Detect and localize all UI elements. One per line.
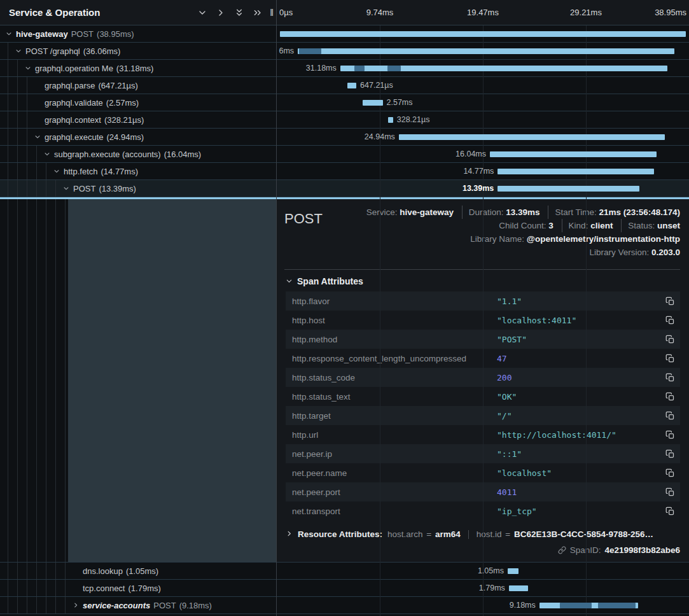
chevron-down-icon[interactable] [34,134,41,140]
span-operation-name: POST /graphql [25,46,80,56]
chevrons-right-icon[interactable] [252,7,263,18]
span-row[interactable]: hive-gatewayPOST(38.95ms) [0,25,689,43]
copy-icon[interactable] [664,333,676,346]
span-bar[interactable] [363,100,383,106]
span-duration-label: 16.04ms [456,146,486,162]
span-bar[interactable] [388,117,393,123]
span-row[interactable]: dns.lookup(1.05ms)1.05ms [0,563,689,580]
attribute-key: net.peer.port [292,487,497,497]
copy-icon[interactable] [664,353,676,365]
span-tree-cell[interactable]: subgraph.execute (accounts)(16.04ms) [0,146,277,162]
span-tree-cell[interactable]: graphql.validate(2.57ms) [0,94,277,111]
span-row[interactable]: service-accountsPOST(9.18ms)9.18ms [0,597,689,614]
span-bar-cell[interactable]: 9.18ms [277,597,689,613]
chevron-down-icon[interactable] [5,31,13,37]
span-tree-cell[interactable]: POST(13.39ms) [0,180,277,197]
span-bar-cell[interactable] [277,25,689,42]
span-duration-label: 13.39ms [463,180,494,197]
span-bar[interactable] [399,134,665,140]
span-detail-row: POST Service: hive-gateway Duration: 13.… [0,197,689,563]
span-tree-cell[interactable]: POST /graphql(36.06ms) [0,43,277,59]
span-attributes-toggle[interactable]: Span Attributes [286,276,680,286]
span-duration: (2.57ms) [106,98,139,108]
timeline-tick-label: 9.74ms [366,0,394,25]
span-operation-name: POST [71,29,94,39]
copy-icon[interactable] [664,391,676,403]
span-tree-cell[interactable]: tcp.connect(1.79ms) [0,580,277,596]
chevron-down-icon[interactable] [24,65,32,71]
copy-icon[interactable] [664,429,676,441]
chevron-down-icon[interactable] [15,48,22,54]
chevron-right-icon[interactable] [72,602,80,608]
span-bar-cell[interactable]: 647.21µs [277,77,689,94]
span-bar-cell[interactable]: 328.21µs [277,111,689,128]
span-bar[interactable] [280,31,686,37]
timeline-ticks: 0µs9.74ms19.47ms29.21ms38.95ms [277,0,689,25]
span-detail-left-spacer [0,199,277,562]
attribute-value: 4011 [497,487,659,497]
span-bar-cell[interactable]: 1.05ms [277,563,689,579]
span-bar-cell[interactable]: 2.57ms [277,94,689,111]
header-row: Service & Operation ‖ 0µs9.74ms19.47ms29… [0,0,689,25]
panel-resize-handle[interactable]: ‖ [270,8,273,18]
copy-icon[interactable] [664,505,676,517]
span-bar-cell[interactable]: 16.04ms [277,146,689,162]
copy-icon[interactable] [664,314,676,326]
span-bar-cell[interactable]: 14.77ms [277,163,689,179]
span-row[interactable]: POST(13.39ms)13.39ms [0,180,689,197]
span-tree-cell[interactable]: dns.lookup(1.05ms) [0,563,277,579]
chevron-down-icon[interactable] [62,185,70,192]
span-operation-name: graphql.execute [45,132,104,142]
span-row[interactable]: graphql.validate(2.57ms)2.57ms [0,94,689,111]
span-row[interactable]: subgraph.execute (accounts)(16.04ms)16.0… [0,146,689,163]
span-row[interactable]: graphql.operation Me(31.18ms)31.18ms [0,60,689,77]
copy-icon[interactable] [664,295,676,307]
chevron-down-icon[interactable] [53,168,60,174]
copy-icon[interactable] [664,467,676,479]
span-tree-cell[interactable]: graphql.parse(647.21µs) [0,77,277,94]
span-tree-cell[interactable]: hive-gatewayPOST(38.95ms) [0,25,277,42]
child-span-mark [598,603,636,608]
span-tree-cell[interactable]: graphql.execute(24.94ms) [0,129,277,145]
span-bar[interactable] [508,568,518,574]
chevrons-down-icon[interactable] [233,7,245,18]
span-row[interactable]: POST /graphql(36.06ms)6ms [0,43,689,60]
span-bar[interactable] [347,83,356,88]
detail-span-title: POST [284,206,323,227]
span-bar[interactable] [509,585,528,591]
timeline-tick-label: 0µs [279,0,293,25]
detail-meta: Service: hive-gateway Duration: 13.39ms … [366,206,680,259]
span-bar[interactable] [498,186,639,192]
span-row[interactable]: graphql.parse(647.21µs)647.21µs [0,77,689,94]
span-row[interactable]: graphql.context(328.21µs)328.21µs [0,111,689,129]
span-row[interactable]: tcp.connect(1.79ms)1.79ms [0,580,689,597]
timeline-tick-label: 29.21ms [570,0,602,25]
copy-icon[interactable] [664,410,676,422]
link-icon[interactable] [558,546,566,554]
span-tree-cell[interactable]: graphql.context(328.21µs) [0,111,277,128]
copy-icon[interactable] [664,448,676,460]
span-bar-cell[interactable]: 24.94ms [277,129,689,145]
span-bar-cell[interactable]: 13.39ms [277,180,689,197]
span-duration-label: 14.77ms [463,163,494,179]
span-bar-cell[interactable]: 6ms [277,43,689,59]
copy-icon[interactable] [664,372,676,384]
resource-attributes-row[interactable]: Resource Attributes: host.arch = arm64 h… [286,529,680,539]
copy-icon[interactable] [664,486,676,498]
span-row[interactable]: graphql.execute(24.94ms)24.94ms [0,129,689,146]
panel-divider[interactable] [276,0,277,616]
span-bar-cell[interactable]: 31.18ms [277,60,689,76]
span-bar[interactable] [498,169,654,174]
chevron-right-icon[interactable] [215,7,226,18]
span-tree-cell[interactable]: service-accountsPOST(9.18ms) [0,597,277,613]
span-bar-cell[interactable]: 1.79ms [277,580,689,596]
span-tree-cell[interactable]: http.fetch(14.77ms) [0,163,277,179]
span-bar[interactable] [298,48,674,54]
span-tree-cell[interactable]: graphql.operation Me(31.18ms) [0,60,277,76]
span-bar[interactable] [490,151,657,157]
chevron-down-icon[interactable] [197,7,208,18]
attribute-key: http.host [292,316,497,325]
tree-indent-guide [27,199,27,562]
span-row[interactable]: http.fetch(14.77ms)14.77ms [0,163,689,180]
chevron-down-icon[interactable] [43,151,51,157]
